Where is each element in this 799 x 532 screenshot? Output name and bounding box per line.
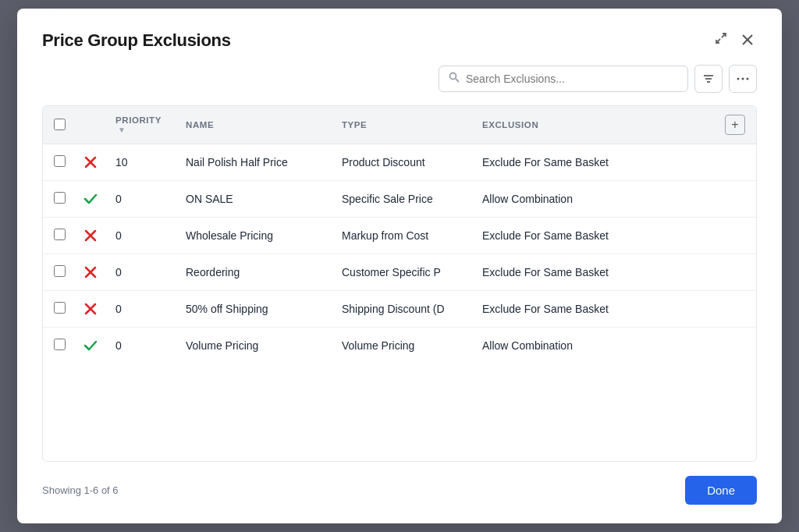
table-row: 0Volume PricingVolume PricingAllow Combi…	[43, 328, 756, 364]
modal-header: Price Group Exclusions	[42, 30, 757, 51]
row-exclusion: Allow Combination	[471, 181, 714, 218]
expand-button[interactable]	[712, 30, 730, 48]
row-name: Reordering	[175, 254, 331, 291]
row-add-cell	[714, 254, 756, 291]
row-checkbox[interactable]	[54, 155, 66, 167]
svg-line-5	[456, 79, 459, 82]
row-add-cell	[714, 218, 756, 254]
search-row	[42, 65, 757, 93]
row-name: ON SALE	[175, 181, 331, 218]
row-add-cell	[714, 328, 756, 364]
col-header-type: TYPE	[331, 106, 471, 144]
priority-sort-icon: ▼	[118, 126, 126, 134]
expand-icon	[715, 32, 727, 47]
row-type: Specific Sale Price	[331, 181, 471, 218]
status-x-icon	[81, 302, 100, 316]
table-row: 050% off ShippingShipping Discount (DExc…	[43, 291, 756, 328]
row-checkbox-cell	[43, 218, 76, 254]
status-x-icon	[81, 229, 100, 243]
row-status-cell	[76, 291, 105, 328]
col-header-name: NAME	[175, 106, 331, 144]
modal-title: Price Group Exclusions	[42, 30, 231, 51]
table-row: 0Wholesale PricingMarkup from CostExclud…	[43, 218, 756, 254]
row-status-cell	[76, 254, 105, 291]
row-type: Markup from Cost	[331, 218, 471, 254]
svg-point-4	[450, 73, 456, 80]
modal-footer: Showing 1-6 of 6 Done	[42, 476, 757, 505]
col-header-priority[interactable]: PRIORITY ▼	[105, 106, 175, 144]
row-exclusion: Exclude For Same Basket	[471, 144, 714, 181]
row-checkbox[interactable]	[54, 265, 66, 277]
row-type: Shipping Discount (D	[331, 291, 471, 328]
row-exclusion: Allow Combination	[471, 328, 714, 364]
search-input[interactable]	[466, 73, 678, 85]
col-header-add: +	[714, 106, 756, 144]
status-x-icon	[81, 265, 100, 279]
row-priority: 0	[105, 218, 175, 254]
select-all-checkbox[interactable]	[54, 119, 66, 130]
row-type: Product Discount	[331, 144, 471, 181]
row-add-cell	[714, 291, 756, 328]
table-container: PRIORITY ▼ NAME TYPE EXCLUSION + 10Nail …	[42, 105, 757, 462]
row-type: Volume Pricing	[331, 328, 471, 364]
more-options-button[interactable]	[729, 65, 757, 93]
row-name: 50% off Shipping	[175, 291, 331, 328]
table-row: 10Nail Polish Half PriceProduct Discount…	[43, 144, 756, 181]
row-checkbox-cell	[43, 291, 76, 328]
row-exclusion: Exclude For Same Basket	[471, 218, 714, 254]
row-priority: 0	[105, 291, 175, 328]
svg-point-10	[742, 78, 744, 80]
modal-header-icons	[712, 30, 757, 48]
row-checkbox[interactable]	[54, 339, 66, 350]
svg-point-11	[747, 78, 749, 80]
row-status-cell	[76, 181, 105, 218]
table-row: 0ReorderingCustomer Specific PExclude Fo…	[43, 254, 756, 291]
row-checkbox-cell	[43, 328, 76, 364]
row-priority: 0	[105, 254, 175, 291]
row-checkbox-cell	[43, 181, 76, 218]
row-exclusion: Exclude For Same Basket	[471, 254, 714, 291]
status-x-icon	[81, 155, 100, 169]
showing-label: Showing 1-6 of 6	[42, 484, 119, 496]
modal: Price Group Exclusions	[17, 9, 782, 523]
row-checkbox[interactable]	[54, 192, 66, 204]
row-add-cell	[714, 181, 756, 218]
col-header-status	[76, 106, 105, 144]
row-checkbox-cell	[43, 254, 76, 291]
svg-point-9	[737, 78, 740, 80]
row-priority: 10	[105, 144, 175, 181]
add-exclusion-button[interactable]: +	[725, 115, 745, 135]
table-header-row: PRIORITY ▼ NAME TYPE EXCLUSION +	[43, 106, 756, 144]
row-priority: 0	[105, 181, 175, 218]
search-box	[439, 66, 688, 92]
row-status-cell	[76, 144, 105, 181]
search-icon	[449, 72, 460, 86]
row-type: Customer Specific P	[331, 254, 471, 291]
row-name: Nail Polish Half Price	[175, 144, 331, 181]
filter-button[interactable]	[694, 65, 723, 93]
row-name: Wholesale Pricing	[175, 218, 331, 254]
status-check-icon	[81, 192, 100, 206]
row-priority: 0	[105, 328, 175, 364]
table-row: 0ON SALESpecific Sale PriceAllow Combina…	[43, 181, 756, 218]
row-checkbox-cell	[43, 144, 76, 181]
row-checkbox[interactable]	[54, 229, 66, 240]
row-exclusion: Exclude For Same Basket	[471, 291, 714, 328]
row-add-cell	[714, 144, 756, 181]
done-button[interactable]: Done	[685, 476, 757, 505]
close-button[interactable]	[738, 32, 757, 48]
col-header-exclusion: EXCLUSION	[471, 106, 714, 144]
col-header-check	[43, 106, 76, 144]
row-status-cell	[76, 218, 105, 254]
row-name: Volume Pricing	[175, 328, 331, 364]
table-body: 10Nail Polish Half PriceProduct Discount…	[43, 144, 756, 364]
row-checkbox[interactable]	[54, 302, 66, 314]
row-status-cell	[76, 328, 105, 364]
exclusions-table: PRIORITY ▼ NAME TYPE EXCLUSION + 10Nail …	[43, 106, 756, 364]
status-check-icon	[81, 339, 100, 353]
